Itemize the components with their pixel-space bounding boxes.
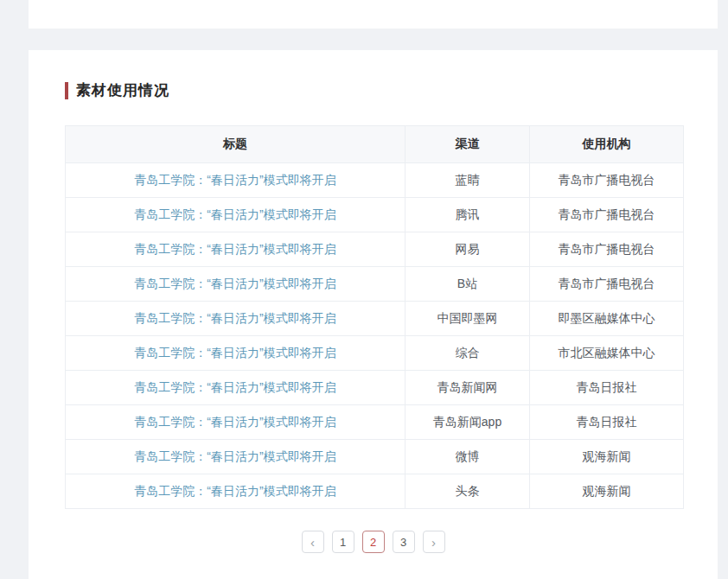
cell-title: 青岛工学院：“春日活力”模式即将开启 — [66, 474, 406, 509]
cell-channel: 中国即墨网 — [406, 302, 530, 336]
cell-channel: 微博 — [406, 440, 530, 474]
material-title-link[interactable]: 青岛工学院：“春日活力”模式即将开启 — [134, 277, 335, 290]
cell-title: 青岛工学院：“春日活力”模式即将开启 — [66, 267, 406, 302]
cell-channel: 腾讯 — [406, 198, 530, 232]
top-card — [29, 0, 718, 29]
pagination-prev-button[interactable]: ‹ — [302, 531, 324, 553]
table-row: 青岛工学院：“春日活力”模式即将开启 B站 青岛市广播电视台 — [66, 267, 684, 302]
table-row: 青岛工学院：“春日活力”模式即将开启 微博 观海新闻 — [66, 440, 684, 474]
cell-org: 青岛市广播电视台 — [530, 198, 684, 232]
material-usage-table: 标题 渠道 使用机构 青岛工学院：“春日活力”模式即将开启 蓝睛 青岛市广播电视… — [65, 125, 684, 509]
header-channel: 渠道 — [406, 126, 530, 163]
header-org: 使用机构 — [530, 126, 684, 163]
cell-title: 青岛工学院：“春日活力”模式即将开启 — [66, 163, 406, 198]
material-title-link[interactable]: 青岛工学院：“春日活力”模式即将开启 — [134, 207, 335, 221]
cell-channel: 蓝睛 — [406, 163, 530, 198]
table-row: 青岛工学院：“春日活力”模式即将开启 网易 青岛市广播电视台 — [66, 232, 684, 267]
material-title-link[interactable]: 青岛工学院：“春日活力”模式即将开启 — [134, 242, 335, 256]
cell-org: 观海新闻 — [530, 474, 684, 509]
table-header-row: 标题 渠道 使用机构 — [66, 126, 684, 163]
pagination-page-1[interactable]: 1 — [332, 531, 354, 553]
cell-title: 青岛工学院：“春日活力”模式即将开启 — [66, 440, 406, 474]
cell-channel: B站 — [406, 267, 530, 302]
section-accent-bar — [65, 82, 68, 99]
section-title: 素材使用情况 — [76, 80, 169, 100]
material-title-link[interactable]: 青岛工学院：“春日活力”模式即将开启 — [134, 346, 335, 359]
material-usage-card: 素材使用情况 标题 渠道 使用机构 青岛工学院：“春日活力”模式即将开启 蓝睛 … — [29, 50, 718, 579]
cell-channel: 综合 — [406, 336, 530, 371]
material-title-link[interactable]: 青岛工学院：“春日活力”模式即将开启 — [134, 380, 335, 394]
cell-title: 青岛工学院：“春日活力”模式即将开启 — [66, 371, 406, 405]
cell-channel: 头条 — [406, 474, 530, 509]
cell-org: 即墨区融媒体中心 — [530, 302, 684, 336]
cell-org: 青岛市广播电视台 — [530, 163, 684, 198]
cell-channel: 青岛新闻app — [406, 405, 530, 440]
material-title-link[interactable]: 青岛工学院：“春日活力”模式即将开启 — [134, 415, 335, 429]
table-row: 青岛工学院：“春日活力”模式即将开启 青岛新闻app 青岛日报社 — [66, 405, 684, 440]
pagination-page-3[interactable]: 3 — [393, 531, 415, 553]
material-title-link[interactable]: 青岛工学院：“春日活力”模式即将开启 — [134, 484, 335, 498]
table-row: 青岛工学院：“春日活力”模式即将开启 腾讯 青岛市广播电视台 — [66, 198, 684, 232]
cell-title: 青岛工学院：“春日活力”模式即将开启 — [66, 232, 406, 267]
material-title-link[interactable]: 青岛工学院：“春日活力”模式即将开启 — [134, 449, 335, 463]
table-row: 青岛工学院：“春日活力”模式即将开启 蓝睛 青岛市广播电视台 — [66, 163, 684, 198]
header-title: 标题 — [66, 126, 406, 163]
cell-org: 青岛日报社 — [530, 371, 684, 405]
cell-channel: 青岛新闻网 — [406, 371, 530, 405]
cell-org: 青岛日报社 — [530, 405, 684, 440]
pagination-page-2[interactable]: 2 — [362, 531, 385, 553]
cell-org: 青岛市广播电视台 — [530, 232, 684, 267]
table-row: 青岛工学院：“春日活力”模式即将开启 头条 观海新闻 — [66, 474, 684, 509]
table-row: 青岛工学院：“春日活力”模式即将开启 综合 市北区融媒体中心 — [66, 336, 684, 371]
page: 素材使用情况 标题 渠道 使用机构 青岛工学院：“春日活力”模式即将开启 蓝睛 … — [0, 0, 728, 579]
cell-org: 市北区融媒体中心 — [530, 336, 684, 371]
material-title-link[interactable]: 青岛工学院：“春日活力”模式即将开启 — [134, 173, 335, 187]
cell-channel: 网易 — [406, 232, 530, 267]
cell-title: 青岛工学院：“春日活力”模式即将开启 — [66, 302, 406, 336]
cell-title: 青岛工学院：“春日活力”模式即将开启 — [66, 198, 406, 232]
cell-org: 青岛市广播电视台 — [530, 267, 684, 302]
section-header: 素材使用情况 — [65, 80, 169, 100]
pagination-next-button[interactable]: › — [423, 531, 445, 553]
table-row: 青岛工学院：“春日活力”模式即将开启 中国即墨网 即墨区融媒体中心 — [66, 302, 684, 336]
table-row: 青岛工学院：“春日活力”模式即将开启 青岛新闻网 青岛日报社 — [66, 371, 684, 405]
material-title-link[interactable]: 青岛工学院：“春日活力”模式即将开启 — [134, 311, 335, 325]
cell-title: 青岛工学院：“春日活力”模式即将开启 — [66, 405, 406, 440]
pagination: ‹ 1 2 3 › — [29, 531, 718, 553]
cell-title: 青岛工学院：“春日活力”模式即将开启 — [66, 336, 406, 371]
cell-org: 观海新闻 — [530, 440, 684, 474]
